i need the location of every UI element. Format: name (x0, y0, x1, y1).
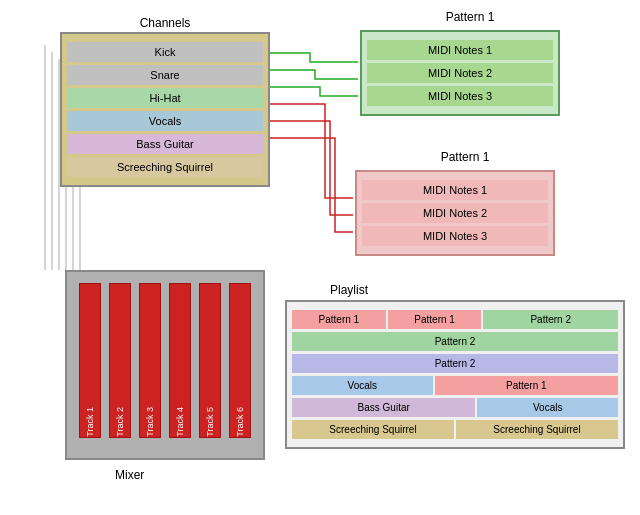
playlist-row-3: Pattern 2 (292, 354, 618, 373)
pattern1-top-box: MIDI Notes 1 MIDI Notes 2 MIDI Notes 3 (360, 30, 560, 116)
pl-cell-pattern2b: Pattern 2 (292, 332, 618, 351)
mixer-track-5-label: Track 5 (205, 403, 215, 437)
channel-kick: Kick (67, 42, 263, 62)
pattern1-bot-title: Pattern 1 (375, 150, 555, 164)
channel-vocals: Vocals (67, 111, 263, 131)
channel-hihat: Hi-Hat (67, 88, 263, 108)
pattern1-top-title: Pattern 1 (380, 10, 560, 24)
playlist-row-2: Pattern 2 (292, 332, 618, 351)
midi-notes-1-pink: MIDI Notes 1 (362, 180, 548, 200)
pl-cell-pattern2c: Pattern 2 (292, 354, 618, 373)
diagram-container: Channels Kick Snare Hi-Hat Vocals Bass G… (0, 0, 640, 515)
mixer-track-1: Track 1 (79, 283, 101, 438)
pl-cell-vocals: Vocals (292, 376, 433, 395)
mixer-track-3-label: Track 3 (145, 403, 155, 437)
pattern1-bot-box: MIDI Notes 1 MIDI Notes 2 MIDI Notes 3 (355, 170, 555, 256)
channels-title: Channels (60, 16, 270, 30)
midi-notes-3-green: MIDI Notes 3 (367, 86, 553, 106)
mixer-track-2: Track 2 (109, 283, 131, 438)
playlist-row-1: Pattern 1 Pattern 1 Pattern 2 (292, 310, 618, 329)
midi-notes-2-pink: MIDI Notes 2 (362, 203, 548, 223)
playlist-row-5: Bass Guitar Vocals (292, 398, 618, 417)
mixer-track-4: Track 4 (169, 283, 191, 438)
playlist-row-6: Screeching Squirrel Screeching Squirrel (292, 420, 618, 439)
pl-cell-pattern2a: Pattern 2 (483, 310, 618, 329)
midi-notes-1-green: MIDI Notes 1 (367, 40, 553, 60)
channel-snare: Snare (67, 65, 263, 85)
pl-cell-squirrel1: Screeching Squirrel (292, 420, 454, 439)
playlist-box: Pattern 1 Pattern 1 Pattern 2 Pattern 2 … (285, 300, 625, 449)
channels-box: Kick Snare Hi-Hat Vocals Bass Guitar Scr… (60, 32, 270, 187)
mixer-track-5: Track 5 (199, 283, 221, 438)
mixer-track-6: Track 6 (229, 283, 251, 438)
pl-cell-pattern1c: Pattern 1 (435, 376, 618, 395)
mixer-track-1-label: Track 1 (85, 403, 95, 437)
channel-bass: Bass Guitar (67, 134, 263, 154)
midi-notes-2-green: MIDI Notes 2 (367, 63, 553, 83)
playlist-title: Playlist (330, 283, 368, 297)
pl-cell-pattern1a: Pattern 1 (292, 310, 386, 329)
pl-cell-bass: Bass Guitar (292, 398, 475, 417)
mixer-box: Track 1 Track 2 Track 3 Track 4 Track 5 … (65, 270, 265, 460)
channel-squirrel: Screeching Squirrel (67, 157, 263, 177)
pl-cell-squirrel2: Screeching Squirrel (456, 420, 618, 439)
pl-cell-pattern1b: Pattern 1 (388, 310, 482, 329)
mixer-track-2-label: Track 2 (115, 403, 125, 437)
pl-cell-vocals2: Vocals (477, 398, 618, 417)
midi-notes-3-pink: MIDI Notes 3 (362, 226, 548, 246)
mixer-track-4-label: Track 4 (175, 403, 185, 437)
mixer-track-3: Track 3 (139, 283, 161, 438)
playlist-row-4: Vocals Pattern 1 (292, 376, 618, 395)
mixer-track-6-label: Track 6 (235, 403, 245, 437)
mixer-title: Mixer (115, 468, 144, 482)
